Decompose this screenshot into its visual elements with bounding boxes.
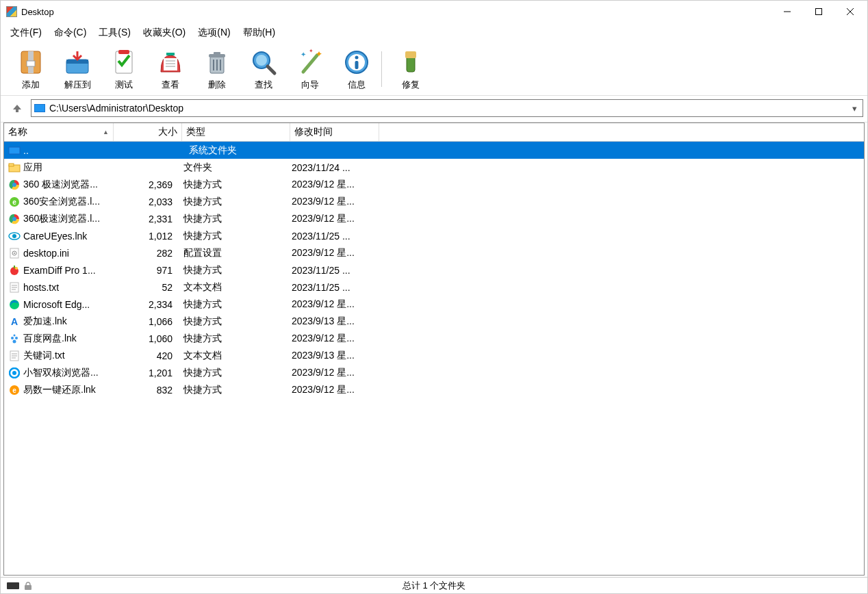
svg-rect-71 [25, 585, 31, 590]
menu-favorites[interactable]: 收藏夹(O) [138, 24, 191, 42]
file-row[interactable]: 关键词.txt420文本文档2023/9/13 星... [4, 347, 864, 364]
svg-point-48 [14, 253, 15, 254]
menu-tools[interactable]: 工具(S) [93, 24, 136, 42]
file-icon: A [8, 316, 21, 327]
address-input[interactable] [49, 103, 849, 114]
file-size: 282 [111, 248, 179, 259]
svg-text:e: e [12, 198, 16, 206]
archive-icon [16, 47, 46, 77]
file-name: Microsoft Edg... [23, 299, 90, 310]
file-type: 文件夹 [179, 162, 288, 174]
svg-rect-37 [9, 164, 14, 166]
repair-icon [396, 47, 426, 77]
col-type[interactable]: 类型 [182, 123, 290, 141]
file-name: CareUEyes.lnk [23, 231, 87, 242]
file-date: 2023/9/13 星... [288, 315, 376, 328]
svg-text:✦: ✦ [301, 51, 306, 58]
col-name[interactable]: 名称▲ [4, 123, 114, 141]
file-row[interactable]: e360安全浏览器.l...2,033快捷方式2023/9/12 星... [4, 193, 864, 210]
svg-rect-50 [14, 266, 15, 268]
status-icons [6, 582, 47, 590]
svg-point-23 [256, 55, 267, 66]
repair-button[interactable]: 修复 [387, 46, 434, 92]
file-icon [8, 333, 21, 344]
maximize-button[interactable] [803, 1, 834, 22]
file-size: 2,369 [111, 179, 179, 190]
menu-help[interactable]: 帮助(H) [238, 24, 281, 42]
file-date: 2023/9/12 星... [288, 298, 376, 311]
file-size: 1,066 [111, 316, 179, 327]
file-size: 971 [111, 265, 179, 276]
file-date: 2023/9/12 星... [288, 179, 376, 191]
file-size: 2,033 [111, 196, 179, 207]
file-type: 快捷方式 [179, 367, 288, 379]
file-type: 快捷方式 [179, 333, 288, 345]
menu-commands[interactable]: 命令(C) [49, 24, 92, 42]
extract-button[interactable]: 解压到 [54, 46, 101, 92]
add-button[interactable]: 添加 [8, 46, 54, 92]
file-row[interactable]: 应用文件夹2023/11/24 ... [4, 159, 864, 176]
info-button[interactable]: 信息 [333, 46, 380, 92]
disk-icon [8, 145, 21, 156]
delete-button[interactable]: 删除 [194, 46, 240, 92]
menu-file[interactable]: 文件(F) [5, 24, 47, 42]
file-row[interactable]: Microsoft Edg...2,334快捷方式2023/9/12 星... [4, 296, 864, 313]
disk-icon [34, 104, 45, 112]
svg-point-60 [13, 339, 16, 343]
file-icon [8, 282, 21, 293]
file-row[interactable]: ExamDiff Pro 1...971快捷方式2023/11/25 ... [4, 261, 864, 279]
svg-rect-35 [9, 147, 20, 154]
file-name: hosts.txt [23, 282, 59, 293]
file-row[interactable]: 360 极速浏览器...2,369快捷方式2023/9/12 星... [4, 176, 864, 193]
file-name: 360 极速浏览器... [23, 179, 98, 191]
file-date: 2023/11/25 ... [288, 265, 376, 276]
file-row[interactable]: 小智双核浏览器...1,201快捷方式2023/9/12 星... [4, 364, 864, 381]
up-button[interactable] [8, 99, 27, 118]
file-icon [8, 248, 21, 259]
file-list: 名称▲ 大小 类型 修改时间 ..系统文件夹应用文件夹2023/11/24 ..… [3, 122, 865, 576]
find-icon [248, 47, 279, 77]
file-type: 快捷方式 [179, 315, 288, 328]
close-button[interactable] [834, 1, 866, 22]
parent-folder-row[interactable]: ..系统文件夹 [4, 142, 864, 159]
svg-text:✦: ✦ [309, 49, 314, 54]
address-dropdown[interactable]: ▾ [849, 103, 860, 114]
file-row[interactable]: A爱加速.lnk1,066快捷方式2023/9/13 星... [4, 313, 864, 330]
view-button[interactable]: 查看 [147, 46, 194, 92]
file-row[interactable]: 360极速浏览器.l...2,331快捷方式2023/9/12 星... [4, 210, 864, 227]
file-row[interactable]: 百度网盘.lnk1,060快捷方式2023/9/12 星... [4, 330, 864, 347]
svg-point-61 [14, 334, 16, 336]
file-date: 2023/9/12 星... [288, 196, 376, 208]
svg-point-45 [12, 234, 16, 238]
file-rows[interactable]: ..系统文件夹应用文件夹2023/11/24 ...360 极速浏览器...2,… [4, 142, 864, 575]
address-field[interactable]: ▾ [31, 99, 863, 117]
col-modified[interactable]: 修改时间 [290, 123, 379, 141]
menu-options[interactable]: 选项(N) [192, 24, 235, 42]
file-size: 1,012 [111, 231, 179, 242]
file-row[interactable]: hosts.txt52文本文档2023/11/25 ... [4, 279, 864, 296]
svg-rect-34 [405, 51, 416, 58]
file-type: 文本文档 [179, 350, 288, 362]
file-icon [8, 179, 21, 190]
wizard-button[interactable]: ✦✦✦ 向导 [287, 46, 333, 92]
view-icon [155, 47, 186, 77]
test-button[interactable]: 测试 [101, 46, 147, 92]
file-date: 2023/9/12 星... [288, 367, 376, 379]
file-icon [8, 162, 21, 173]
svg-line-24 [268, 66, 275, 73]
file-type: 快捷方式 [179, 298, 288, 311]
lock-status-icon [23, 582, 34, 590]
find-button[interactable]: 查找 [240, 46, 287, 92]
file-date: 2023/9/12 星... [288, 247, 376, 259]
col-size[interactable]: 大小 [114, 123, 182, 141]
status-bar: 总计 1 个文件夹 [1, 577, 867, 593]
file-date: 2023/9/12 星... [288, 333, 376, 345]
file-row[interactable]: e易数一键还原.lnk832快捷方式2023/9/12 星... [4, 381, 864, 398]
minimize-button[interactable] [771, 1, 803, 22]
title-bar: Desktop [1, 1, 867, 23]
file-row[interactable]: CareUEyes.lnk1,012快捷方式2023/11/25 ... [4, 227, 864, 244]
file-row[interactable]: desktop.ini282配置设置2023/9/12 星... [4, 244, 864, 261]
file-name: 应用 [23, 162, 42, 174]
file-name: 关键词.txt [23, 350, 65, 362]
svg-rect-32 [355, 61, 359, 69]
